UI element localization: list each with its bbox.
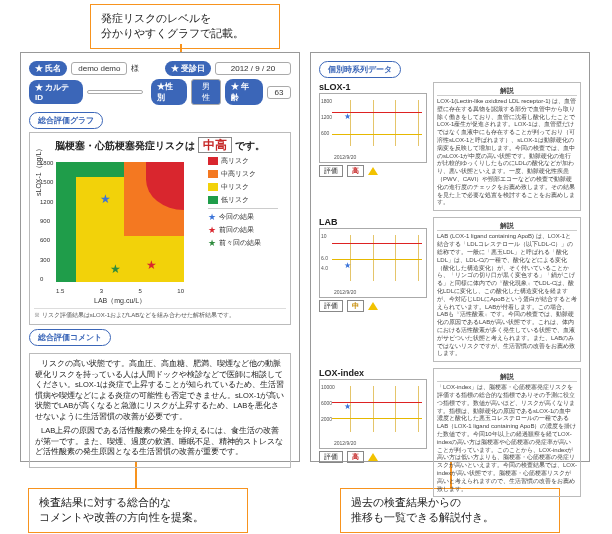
marker-before-previous: ★ — [110, 262, 121, 276]
legend: 高リスク 中高リスク 中リスク 低リスク ★今回の結果 ★前回の結果 ★前々回の… — [208, 156, 278, 306]
chart-title-pre: 脳梗塞・心筋梗塞発症リスクは — [55, 140, 195, 151]
marker-current: ★ — [100, 192, 111, 206]
eval-value: 中 — [347, 300, 364, 312]
patient-header: ★ 氏名 demo demo 様 ★ 受診日 2012 / 9 / 20 ★ カ… — [29, 61, 291, 105]
triangle-icon — [368, 302, 378, 310]
chart-footnote: ※ リスク評価結果はsLOX-1およびLABなどを組み合わせた解析結果です。 — [34, 308, 286, 320]
eval-value: 高 — [347, 451, 364, 463]
ts-chart-lab: 10 6.0 4.0 ★ 2012/9/20 — [319, 228, 427, 298]
ts-chart-loxindex: 10000 6000 2000 ★ 2012/9/20 — [319, 379, 427, 449]
date-value: 2012 / 9 / 20 — [215, 62, 291, 75]
name-value: demo demo — [71, 62, 127, 75]
callout-top: 発症リスクのレベルを分かりやすくグラフで記載。 — [90, 4, 280, 49]
eval-label: 評価 — [319, 300, 343, 312]
eval-label: 評価 — [319, 451, 343, 463]
eval-value: 高 — [347, 165, 364, 177]
ts-chart-slox1: 1800 1200 600 ★ 2012/9/20 — [319, 93, 427, 163]
triangle-icon — [368, 453, 378, 461]
legend-swatch-mid — [208, 183, 218, 191]
chart-title-post: です。 — [235, 140, 265, 151]
risk-chart: 1800 1500 1200 900 600 300 0 ★ — [34, 156, 204, 306]
chart-title-emphasis: 中高 — [198, 137, 232, 153]
timeseries-loxindex: LOX-index 10000 6000 2000 ★ 2012/9/20 評価… — [319, 368, 581, 497]
age-value: 63 — [267, 86, 291, 99]
name-label: ★ 氏名 — [29, 61, 67, 76]
star-icon: ★ — [344, 112, 351, 121]
ts-desc-slox1: 解説 LOX-1(Lectin-like oxidized LDL recept… — [433, 82, 581, 211]
timeseries-slox1: sLOX-1 1800 1200 600 ★ 2012/9/20 評価 高 — [319, 82, 581, 211]
ts-name: LOX-index — [319, 368, 429, 378]
comment-paragraph: LAB上昇の原因である活性酸素の発生を抑えるには、食生活の改善が第一です。また、… — [35, 426, 285, 458]
risk-chart-panel: 脳梗塞・心筋梗塞発症リスクは 中高 です。 1800 1500 1200 900… — [29, 132, 291, 325]
comment-section-title: 総合評価コメント — [29, 329, 111, 346]
name-suffix: 様 — [131, 63, 139, 74]
timeseries-section-title: 個別時系列データ — [319, 61, 401, 78]
star-icon: ★ — [208, 212, 216, 222]
x-ticks: 1.5 3 5 10 — [56, 288, 184, 294]
karte-label: ★ カルテID — [29, 80, 83, 104]
plot-area: ★ ★ ★ — [56, 162, 184, 282]
document-wrap: 発症リスクのレベルを分かりやすくグラフで記載。 検査結果に対する総合的なコメント… — [0, 0, 612, 534]
star-icon: ★ — [344, 261, 351, 270]
y-axis-label: sLOX-1（pg/L） — [34, 145, 44, 196]
overall-comment: リスクの高い状態です。高血圧、高血糖、肥満、喫煙など他の動脈硬化リスクを持ってい… — [29, 353, 291, 468]
ts-name: sLOX-1 — [319, 82, 429, 92]
ts-desc-lab: 解説 LAB (LOX-1 ligand containing ApoB) は、… — [433, 217, 581, 362]
timeseries-lab: LAB 10 6.0 4.0 ★ 2012/9/20 評価 中 — [319, 217, 581, 362]
triangle-icon — [368, 167, 378, 175]
eval-label: 評価 — [319, 165, 343, 177]
date-label: ★ 受診日 — [165, 61, 211, 76]
marker-previous: ★ — [146, 258, 157, 272]
x-axis-label: LAB（mg.cu/L） — [94, 296, 146, 306]
legend-swatch-low — [208, 196, 218, 204]
report-page-right: 個別時系列データ sLOX-1 1800 1200 600 ★ 2012/9/2… — [310, 52, 590, 462]
report-page-left: ★ 氏名 demo demo 様 ★ 受診日 2012 / 9 / 20 ★ カ… — [20, 52, 300, 462]
chart-title: 脳梗塞・心筋梗塞発症リスクは 中高 です。 — [34, 137, 286, 154]
star-icon: ★ — [344, 402, 351, 411]
star-icon: ★ — [208, 238, 216, 248]
sex-value: 男性 — [191, 79, 221, 105]
ts-name: LAB — [319, 217, 429, 227]
ts-desc-loxindex: 解説 「LOX-index」は、脳梗塞・心筋梗塞発症リスクを評価する指標の総合的… — [433, 368, 581, 497]
legend-swatch-midhigh — [208, 170, 218, 178]
pages: ★ 氏名 demo demo 様 ★ 受診日 2012 / 9 / 20 ★ カ… — [20, 52, 590, 462]
comment-paragraph: リスクの高い状態です。高血圧、高血糖、肥満、喫煙など他の動脈硬化リスクを持ってい… — [35, 359, 285, 422]
callout-bottom-left: 検査結果に対する総合的なコメントや改善の方向性を提案。 — [28, 488, 248, 533]
age-label: ★ 年齢 — [225, 79, 263, 105]
graph-section-title: 総合評価グラフ — [29, 112, 103, 129]
karte-value — [87, 90, 143, 94]
star-icon: ★ — [208, 225, 216, 235]
sex-label: ★性別 — [151, 79, 187, 105]
legend-swatch-high — [208, 157, 218, 165]
